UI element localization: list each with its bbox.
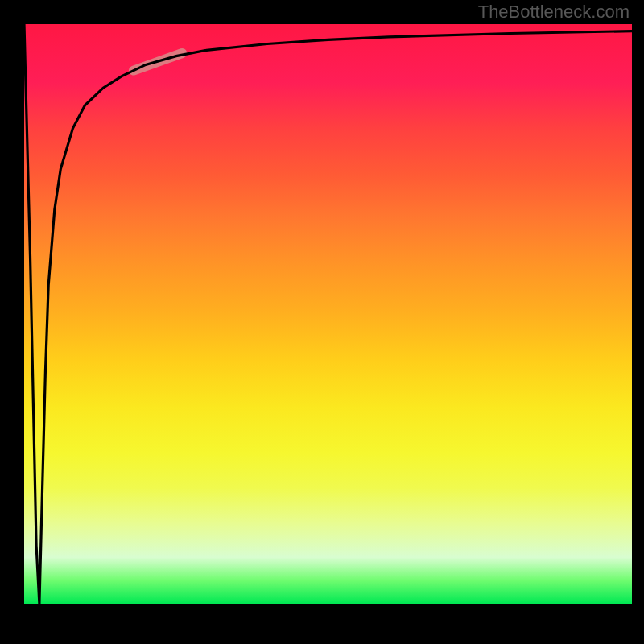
watermark-text: TheBottleneck.com bbox=[478, 2, 630, 23]
chart-plot-area bbox=[24, 24, 632, 604]
